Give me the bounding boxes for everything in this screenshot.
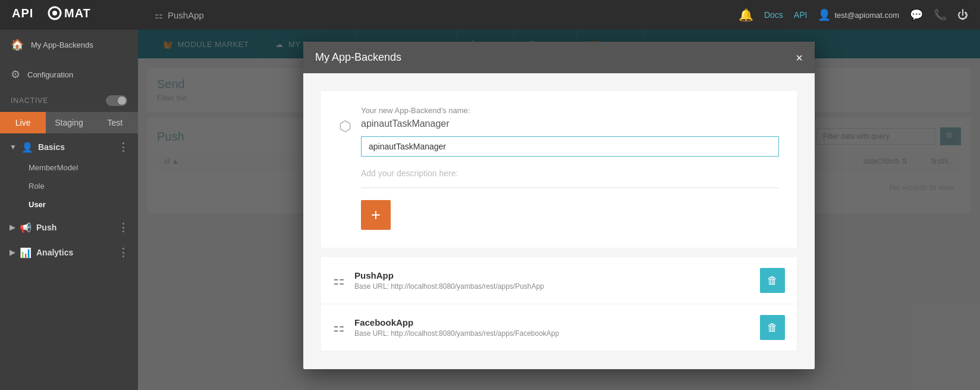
app-nav-icon: ⚏ [155,10,163,21]
sidebar: 🏠 My App-Backends ⚙ Configuration INACTI… [0,30,138,390]
pushapp-delete-button[interactable]: 🗑 [760,268,785,293]
chat-icon[interactable]: 💬 [910,8,923,21]
env-tabs: Live Staging Test [0,112,138,133]
user-email: test@apiomat.com [834,11,899,20]
push-section-dots[interactable]: ⋮ [118,221,128,234]
api-link[interactable]: API [794,10,808,20]
analytics-section-icon: 📊 [20,247,32,258]
app-list: ⚏ PushApp Base URL: http://localhost:808… [321,257,797,351]
facebookapp-delete-button[interactable]: 🗑 [760,315,785,340]
sidebar-item-configuration[interactable]: ⚙ Configuration [0,60,138,89]
facebookapp-url: Base URL: http://localhost:8080/yambas/r… [354,329,750,338]
sidebar-section-analytics[interactable]: ▶ 📊 Analytics ⋮ [0,239,138,264]
header-app-name: PushApp [168,10,204,20]
modal-close-button[interactable]: × [796,52,803,64]
modal-dialog: My App-Backends × ⬡ Your new App-Backend… [303,42,815,369]
cube-icon: ⬡ [339,118,351,135]
push-section-label: Push [36,223,56,232]
power-icon[interactable]: ⏻ [957,9,968,21]
header-nav-right: 🔔 Docs API 👤 test@apiomat.com 💬 📞 ⏻ [739,8,968,22]
sidebar-sub-user[interactable]: User [0,195,138,214]
sidebar-section-analytics-left: ▶ 📊 Analytics [10,247,73,258]
docs-link[interactable]: Docs [764,10,783,20]
toggle-knob [118,96,126,105]
basics-section-label: Basics [38,142,65,152]
inactive-label: INACTIVE [11,96,48,105]
main-layout: 🏠 My App-Backends ⚙ Configuration INACTI… [0,30,980,390]
pushapp-url: Base URL: http://localhost:8080/yambas/r… [354,282,750,291]
modal-title: My App-Backends [315,51,401,64]
chevron-right-icon-analytics: ▶ [10,248,15,257]
basics-section-dots[interactable]: ⋮ [118,141,128,154]
sidebar-item-my-app-backends[interactable]: 🏠 My App-Backends [0,30,138,60]
pushapp-icon: ⚏ [333,273,345,288]
app-name-input[interactable] [361,136,779,157]
chevron-down-icon: ▼ [10,143,17,151]
user-icon: 👤 [818,8,831,21]
pushapp-name: PushApp [354,270,750,280]
analytics-section-dots[interactable]: ⋮ [118,246,128,259]
sidebar-label-my-app-backends: My App-Backends [31,40,93,49]
inactive-toggle[interactable] [106,95,127,106]
sidebar-status: INACTIVE [0,89,138,112]
pushapp-info: PushApp Base URL: http://localhost:8080/… [354,270,750,291]
sidebar-section-basics[interactable]: ▼ 👤 Basics ⋮ [0,133,138,158]
modal-header: My App-Backends × [303,42,815,73]
tab-staging[interactable]: Staging [46,112,92,133]
list-item: ⚏ PushApp Base URL: http://localhost:808… [321,257,797,304]
svg-text:MAT: MAT [64,7,91,20]
sidebar-sub-membermodel[interactable]: MemberModel [0,158,138,177]
sidebar-section-push-left: ▶ 📢 Push [10,222,56,233]
sidebar-section-basics-left: ▼ 👤 Basics [10,142,65,153]
sidebar-section-push[interactable]: ▶ 📢 Push ⋮ [0,214,138,239]
sidebar-label-configuration: Configuration [27,70,73,79]
description-field[interactable]: Add your description here: [361,169,779,188]
basics-section-icon: 👤 [21,142,33,153]
notification-icon[interactable]: 🔔 [739,8,753,22]
svg-point-1 [52,11,57,15]
facebookapp-icon: ⚏ [333,320,345,335]
tab-test[interactable]: Test [92,112,138,133]
analytics-section-label: Analytics [36,248,73,257]
content-area: 🧺 MODULE MARKET ☁ MY MODULES 🖥 CLASS EDI… [138,30,980,390]
form-app-name-display: apinautTaskManager [361,118,779,129]
new-backend-form: ⬡ Your new App-Backend's name: apinautTa… [321,91,797,248]
modal-overlay[interactable]: My App-Backends × ⬡ Your new App-Backend… [138,30,980,390]
gear-icon: ⚙ [11,68,20,81]
facebookapp-info: FacebookApp Base URL: http://localhost:8… [354,317,750,338]
form-label: Your new App-Backend's name: [361,106,779,115]
chevron-right-icon: ▶ [10,223,15,232]
push-section-icon: 📢 [20,222,32,233]
trash-icon-2: 🗑 [767,322,778,334]
home-icon: 🏠 [11,38,24,51]
sidebar-sub-role[interactable]: Role [0,177,138,195]
trash-icon-1: 🗑 [767,274,778,287]
svg-text:API: API [12,7,33,20]
tab-live[interactable]: Live [0,112,46,133]
top-header: API MAT ⚏ PushApp 🔔 Docs API 👤 test@apio… [0,0,980,30]
facebookapp-name: FacebookApp [354,317,750,327]
logo-text: API MAT [12,4,107,26]
modal-body: ⬡ Your new App-Backend's name: apinautTa… [303,73,815,369]
add-backend-button[interactable]: + [361,200,391,230]
logo-area: API MAT [12,4,149,26]
list-item: ⚏ FacebookApp Base URL: http://localhost… [321,304,797,351]
phone-icon[interactable]: 📞 [934,8,947,21]
user-info: 👤 test@apiomat.com [818,8,899,21]
